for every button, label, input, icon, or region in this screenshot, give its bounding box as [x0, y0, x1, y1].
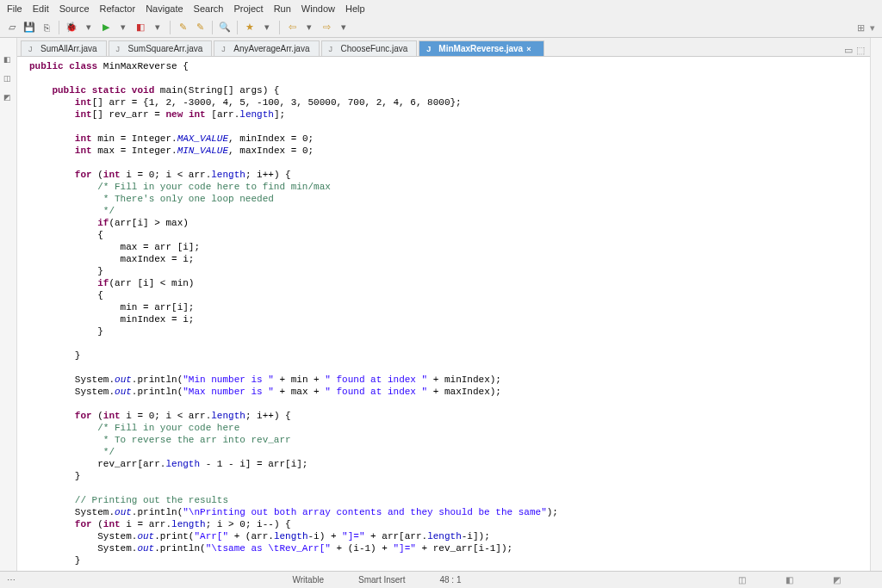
tab-label: SumSquareArr.java	[128, 44, 203, 53]
forward-icon[interactable]: ⇨	[320, 21, 333, 34]
tab-sumsquarearr[interactable]: JSumSquareArr.java	[109, 40, 213, 56]
back-icon[interactable]: ⇦	[285, 21, 299, 34]
source-code[interactable]: public class MinMaxReverse { public stat…	[17, 57, 870, 571]
menu-source[interactable]: Source	[56, 2, 93, 15]
editor-tabs: JSumAllArr.java JSumSquareArr.java JAnyA…	[17, 38, 870, 57]
dropdown-icon[interactable]: ▾	[151, 21, 165, 34]
new-class-icon[interactable]: ✎	[176, 21, 189, 34]
perspective-icon[interactable]: ⊞	[857, 22, 865, 34]
new-icon[interactable]: ▱	[5, 21, 19, 34]
java-file-icon: J	[329, 45, 338, 53]
dropdown-icon[interactable]: ▾	[337, 21, 351, 34]
tab-anyaveragearr[interactable]: JAnyAverageArr.java	[214, 40, 319, 56]
outline-icon[interactable]: ◧	[3, 55, 14, 65]
save-all-icon[interactable]: ⎘	[40, 21, 53, 34]
menu-project[interactable]: Project	[230, 2, 266, 15]
status-writable: Writable	[293, 575, 325, 585]
java-file-icon: J	[426, 45, 435, 53]
status-cursor-pos: 48 : 1	[439, 575, 461, 585]
menu-run[interactable]: Run	[270, 2, 295, 15]
new-package-icon[interactable]: ✎	[193, 21, 207, 34]
code-editor[interactable]: public class MinMaxReverse { public stat…	[17, 57, 870, 571]
dropdown-icon[interactable]: ▾	[82, 21, 96, 34]
run-icon[interactable]: ▶	[99, 21, 113, 34]
search-icon[interactable]: 🔍	[218, 21, 232, 34]
perspective-switcher[interactable]: ⊞ ▾	[857, 22, 875, 34]
java-file-icon: J	[28, 45, 37, 53]
tab-minmaxreverse[interactable]: JMinMaxReverse.java×	[419, 40, 544, 56]
close-icon[interactable]: ×	[526, 45, 535, 53]
status-icon[interactable]: ◫	[738, 575, 746, 585]
menu-file[interactable]: File	[3, 2, 26, 15]
tab-choosefunc[interactable]: JChooseFunc.java	[321, 40, 418, 56]
ext-tools-icon[interactable]: ◧	[134, 21, 147, 34]
tab-label: ChooseFunc.java	[341, 44, 408, 53]
menu-refactor[interactable]: Refactor	[96, 2, 140, 15]
java-file-icon: J	[116, 45, 125, 53]
tab-label: MinMaxReverse.java	[438, 44, 523, 53]
status-left: ⋯	[7, 575, 16, 585]
menu-window[interactable]: Window	[298, 2, 339, 15]
dropdown-icon[interactable]: ▾	[302, 21, 316, 34]
toggle-mark-icon[interactable]: ★	[243, 21, 257, 34]
dropdown-icon[interactable]: ▾	[260, 21, 274, 34]
left-trim: ◧ ◫ ◩	[0, 38, 17, 571]
tasks-icon[interactable]: ◩	[3, 93, 14, 103]
menu-help[interactable]: Help	[342, 2, 369, 15]
tab-sumallarr[interactable]: JSumAllArr.java	[21, 40, 107, 56]
toolbar: ▱ 💾 ⎘ 🐞 ▾ ▶ ▾ ◧ ▾ ✎ ✎ 🔍 ★ ▾ ⇦ ▾ ⇨ ▾	[0, 17, 882, 38]
maximize-icon[interactable]: ⬚	[856, 45, 865, 56]
status-icon[interactable]: ◧	[786, 575, 793, 585]
minimize-icon[interactable]: ▭	[844, 45, 853, 56]
tab-label: SumAllArr.java	[40, 44, 97, 53]
menu-navigate[interactable]: Navigate	[142, 2, 186, 15]
status-insert-mode: Smart Insert	[358, 575, 405, 585]
status-icon[interactable]: ◩	[833, 575, 841, 585]
java-file-icon: J	[221, 45, 230, 53]
overview-ruler	[870, 38, 882, 571]
menu-edit[interactable]: Edit	[29, 2, 53, 15]
package-explorer-icon[interactable]: ◫	[3, 74, 14, 84]
debug-icon[interactable]: 🐞	[65, 21, 78, 34]
menu-bar: File Edit Source Refactor Navigate Searc…	[0, 0, 882, 17]
save-icon[interactable]: 💾	[22, 21, 36, 34]
status-bar: ⋯ Writable Smart Insert 48 : 1 ◫ ◧ ◩	[0, 571, 882, 588]
dropdown-icon[interactable]: ▾	[116, 21, 130, 34]
menu-search[interactable]: Search	[190, 2, 227, 15]
dropdown-icon[interactable]: ▾	[870, 22, 875, 34]
tab-label: AnyAverageArr.java	[233, 44, 309, 53]
